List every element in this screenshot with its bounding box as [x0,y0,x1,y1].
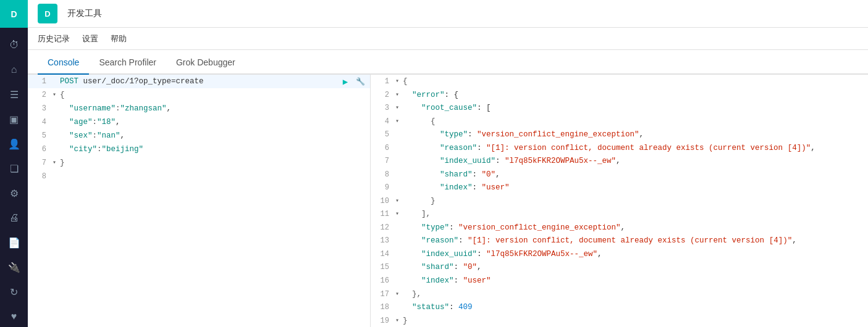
sidebar-icon-plug[interactable]: 🔌 [0,255,28,279]
topbar-logo: D [38,4,57,23]
sidebar-icon-list[interactable]: ☰ [0,82,28,107]
secondary-nav: 历史记录 设置 帮助 [28,28,868,50]
r-line-17: 17 ▾ }, [371,288,868,301]
sidebar-logo: D [0,0,28,28]
wrench-button[interactable]: 🔧 [354,75,366,88]
sidebar: D ⏱ ⌂ ☰ ▣ 👤 ❏ ⚙ 🖨 📄 🔌 ↻ ♥ [0,0,28,327]
r-line-9: 9 "index": "user" [371,181,868,194]
sidebar-icon-box[interactable]: ▣ [0,107,28,131]
sidebar-icon-layers[interactable]: ❏ [0,156,28,181]
run-button[interactable]: ▶ [339,75,352,88]
sidebar-icon-refresh[interactable]: ↻ [0,279,28,304]
r-line-14: 14 "index_uuid": "l7q85kFKR2OWPAu5x--_ew… [371,247,868,261]
topbar-title: 开发工具 [67,8,102,19]
nav-settings[interactable]: 设置 [82,28,98,49]
code-line-3: 3 "username":"zhangsan", [28,102,370,115]
code-line-7: 7 ▾ } [28,156,370,170]
main-area: D 开发工具 历史记录 设置 帮助 Console Search Profile… [28,0,868,327]
tab-console[interactable]: Console [38,52,89,75]
sidebar-icon-docs[interactable]: 📄 [0,230,28,255]
r-line-2: 2 ▾ "error": { [371,88,868,102]
sidebar-icon-clock[interactable]: ⏱ [0,33,28,57]
r-line-8: 8 "shard": "0", [371,168,868,181]
tabs-bar: Console Search Profiler Grok Debugger [28,50,868,75]
editor-container: 1 POST user/_doc/1?op_type=create ▶ 🔧 2 … [28,75,868,327]
r-line-15: 15 "shard": "0", [371,260,868,274]
r-line-18: 18 "status": 409 [371,300,868,314]
r-line-19: 19 ▾ } [371,314,868,327]
r-line-7: 7 "index_uuid": "l7q85kFKR2OWPAu5x--_ew"… [371,154,868,168]
sidebar-icon-person[interactable]: 👤 [0,131,28,156]
r-line-11: 11 ▾ ], [371,207,868,221]
tab-search-profiler[interactable]: Search Profiler [89,52,166,75]
nav-history[interactable]: 历史记录 [38,28,70,49]
sidebar-icon-settings[interactable]: ⚙ [0,181,28,205]
code-line-2: 2 ▾ { [28,88,370,102]
sidebar-icon-home[interactable]: ⌂ [0,57,28,82]
nav-help[interactable]: 帮助 [111,28,127,49]
r-line-13: 13 "reason": "[1]: version conflict, doc… [371,234,868,247]
editor-left[interactable]: 1 POST user/_doc/1?op_type=create ▶ 🔧 2 … [28,75,371,327]
code-line-4: 4 "age":"18", [28,115,370,129]
sidebar-icon-heart[interactable]: ♥ [0,304,28,327]
code-line-8: 8 [28,170,370,183]
tab-grok-debugger[interactable]: Grok Debugger [166,52,245,75]
sidebar-icons: ⏱ ⌂ ☰ ▣ 👤 ❏ ⚙ 🖨 📄 🔌 ↻ ♥ [0,28,28,327]
r-line-1: 1 ▾ { [371,75,868,88]
r-line-12: 12 "type": "version_conflict_engine_exce… [371,221,868,234]
code-line-1: 1 POST user/_doc/1?op_type=create ▶ 🔧 [28,75,370,88]
r-line-16: 16 "index": "user" [371,274,868,288]
editor-right: 1 ▾ { 2 ▾ "error": { 3 ▾ "root_cause": [… [371,75,868,327]
sidebar-icon-print[interactable]: 🖨 [0,205,28,230]
code-line-6: 6 "city":"beijing" [28,143,370,156]
topbar: D 开发工具 [28,0,868,28]
r-line-4: 4 ▾ { [371,115,868,128]
code-line-5: 5 "sex":"nan", [28,129,370,143]
r-line-6: 6 "reason": "[1]: version conflict, docu… [371,141,868,155]
r-line-10: 10 ▾ } [371,194,868,208]
r-line-5: 5 "type": "version_conflict_engine_excep… [371,128,868,141]
line-actions: ▶ 🔧 [339,75,370,88]
r-line-3: 3 ▾ "root_cause": [ [371,101,868,115]
